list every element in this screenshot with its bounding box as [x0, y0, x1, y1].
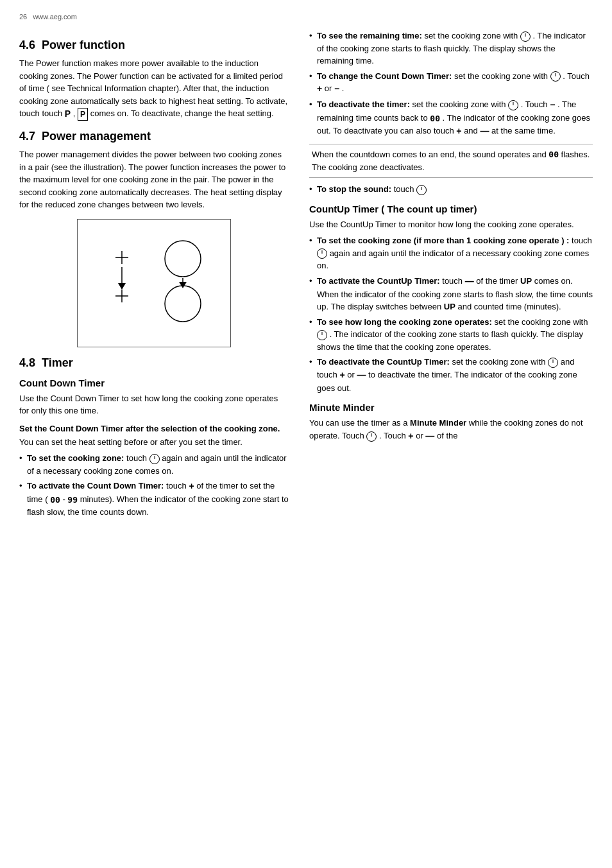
countup-item4-label: To deactivate the CountUp Timer:	[317, 357, 450, 367]
minute-minder-body: You can use the timer as a Minute Minder…	[309, 417, 593, 443]
plus-icon-deactivate: +	[456, 126, 461, 137]
section-4-6-heading: 4.6 Power function	[19, 39, 289, 52]
right-column: To see the remaining time: set the cooki…	[309, 30, 593, 855]
minus-icon-change: −	[334, 83, 339, 94]
website: www.aeg.com	[33, 13, 76, 21]
p-boxed-symbol: P	[78, 108, 88, 121]
dash-sym: -	[62, 494, 67, 504]
item1-label: To set the cooking zone:	[27, 453, 124, 463]
section-4-8-title: Timer	[42, 356, 73, 369]
digit-display-note: 00	[548, 148, 559, 161]
svg-point-7	[165, 286, 201, 322]
up-symbol-2: UP	[444, 302, 455, 311]
timer-icon-deactivate	[508, 100, 518, 110]
timer-icon-change	[550, 71, 561, 82]
stop-sound-label: To stop the sound:	[317, 184, 391, 194]
plus-icon-minute: +	[408, 431, 413, 441]
count-down-item1: To set the cooking zone: touch again and…	[19, 452, 289, 477]
minus-icon-countup4: —	[357, 370, 366, 380]
timer-icon-countup3	[317, 330, 327, 340]
page-number: 26	[19, 13, 27, 21]
illustration-svg	[90, 232, 218, 334]
section-4-6-body: The Power function makes more power avai…	[19, 57, 289, 121]
minus-icon-deactivate: −	[550, 100, 555, 110]
timer-icon-minute	[366, 431, 377, 442]
section-4-7-title: Power management	[42, 130, 151, 143]
section-4-7-body: The power management divides the power b…	[19, 148, 289, 211]
section-4-6-num: 4.6	[19, 39, 35, 51]
right-top-list: To see the remaining time: set the cooki…	[309, 30, 593, 139]
minute-minder-bold: Minute Minder	[410, 418, 466, 428]
left-column: 4.6 Power function The Power function ma…	[19, 30, 289, 855]
timer-icon-1	[149, 454, 160, 464]
page-header: 26 www.aeg.com	[19, 13, 593, 21]
deactivate-label: To deactivate the timer:	[317, 100, 410, 109]
plus-icon-countup4: +	[339, 370, 344, 380]
up-symbol-1: UP	[520, 276, 532, 286]
count-down-set-body: You can set the heat setting before or a…	[19, 436, 289, 449]
countup-item3: To see how long the cooking zone operate…	[309, 316, 593, 354]
section-4-6-title: Power function	[42, 39, 125, 51]
svg-point-6	[165, 241, 201, 277]
plus-icon-change: +	[317, 83, 322, 94]
section-4-8-num: 4.8	[19, 356, 35, 369]
minus-icon-deactivate-2: —	[480, 126, 489, 137]
timer-icon-countup4	[548, 358, 558, 368]
minus-icon-countup: —	[465, 276, 474, 286]
minute-minder-heading: Minute Minder	[309, 402, 593, 413]
minus-icon-minute: —	[425, 431, 434, 441]
count-down-intro: Use the Count Down Timer to set how long…	[19, 392, 289, 417]
timer-icon-stop	[416, 185, 427, 195]
countup-item2: To activate the CountUp Timer: touch — o…	[309, 275, 593, 313]
stop-sound-item: To stop the sound: touch	[309, 183, 593, 196]
countup-item1: To set the cooking zone (if more than 1 …	[309, 234, 593, 272]
countup-heading: CountUp Timer ( The count up timer)	[309, 204, 593, 214]
digit-display-deactivate: 00	[430, 112, 440, 125]
svg-marker-5	[118, 283, 126, 290]
countup-list: To set the cooking zone (if more than 1 …	[309, 234, 593, 394]
countup-item2-label: To activate the CountUp Timer:	[317, 276, 440, 286]
page: 26 www.aeg.com 4.6 Power function The Po…	[0, 0, 612, 868]
remaining-time-item: To see the remaining time: set the cooki…	[309, 30, 593, 67]
change-label: To change the Count Down Timer:	[317, 71, 452, 81]
plus-icon-1: +	[189, 481, 194, 491]
change-timer-item: To change the Count Down Timer: set the …	[309, 70, 593, 96]
deactivate-timer-item: To deactivate the timer: set the cooking…	[309, 98, 593, 138]
item2-label: To activate the Count Down Timer:	[27, 481, 164, 490]
countup-intro: Use the CountUp Timer to monitor how lon…	[309, 218, 593, 231]
count-down-item2: To activate the Count Down Timer: touch …	[19, 480, 289, 519]
stop-sound-list: To stop the sound: touch	[309, 183, 593, 196]
power-management-illustration	[77, 219, 231, 347]
count-down-heading: Count Down Timer	[19, 378, 289, 388]
section-4-8-heading: 4.8 Timer	[19, 356, 289, 370]
p-symbol: P	[65, 107, 71, 121]
two-column-layout: 4.6 Power function The Power function ma…	[19, 30, 593, 855]
digit-display-2: 99	[67, 494, 78, 507]
section-4-7-num: 4.7	[19, 130, 35, 143]
countup-item1-label: To set the cooking zone (if more than 1 …	[317, 236, 569, 245]
countup-item3-label: To see how long the cooking zone operate…	[317, 317, 492, 327]
remaining-label: To see the remaining time:	[317, 31, 422, 40]
timer-icon-countup1	[317, 248, 327, 259]
digit-display-1: 00	[50, 494, 60, 507]
svg-marker-9	[179, 282, 187, 288]
count-down-set-title: Set the Count Down Timer after the selec…	[19, 424, 289, 433]
section-4-7-heading: 4.7 Power management	[19, 130, 289, 143]
countup-item4: To deactivate the CountUp Timer: set the…	[309, 356, 593, 394]
count-down-list: To set the cooking zone: touch again and…	[19, 452, 289, 519]
timer-icon-remaining	[520, 31, 531, 42]
countdown-note-box: When the countdown comes to an end, the …	[309, 144, 593, 178]
